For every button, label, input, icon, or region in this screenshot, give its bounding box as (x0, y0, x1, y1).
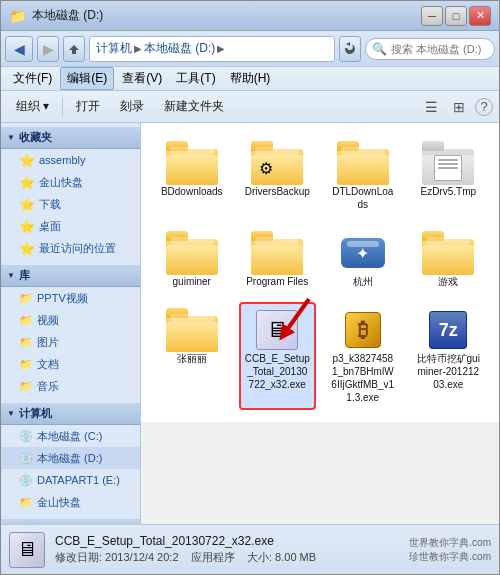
sidebar-item-jinkuaipan2-label: 金山快盘 (37, 495, 81, 510)
sidebar-computer-header[interactable]: ▼ 计算机 (1, 403, 140, 425)
sidebar-item-desktop[interactable]: ⭐ 桌面 (1, 215, 140, 237)
sidebar-item-downloads[interactable]: ⭐ 下载 (1, 193, 140, 215)
pptv-icon: 📁 (19, 292, 33, 305)
desktop-icon: ⭐ (19, 219, 35, 234)
menu-edit[interactable]: 编辑(E) (60, 67, 114, 90)
breadcrumb-drive[interactable]: 本地磁盘 (D:) (144, 40, 215, 57)
file-item-guiminer-exe[interactable]: 7z 比特币挖矿guiminer-20121203.exe (410, 302, 488, 410)
file-item-programfiles[interactable]: Program Files (239, 225, 317, 294)
maximize-button[interactable]: □ (445, 6, 467, 26)
sidebar-item-jinkuaipan2[interactable]: 📁 金山快盘 (1, 491, 140, 513)
docs-icon: 📁 (19, 358, 33, 371)
toolbar: 组织 ▾ 打开 刻录 新建文件夹 ☰ ⊞ ? (1, 91, 499, 123)
status-right: 世界教你字典.com 珍世教你字典.com (409, 536, 491, 564)
up-button[interactable] (63, 36, 85, 62)
title-bar-buttons: ─ □ ✕ (421, 6, 491, 26)
file-area: BDdownloads ⚙ DriversBackup (141, 123, 499, 422)
file-item-driversbackup[interactable]: ⚙ DriversBackup (239, 135, 317, 217)
organize-button[interactable]: 组织 ▾ (7, 94, 58, 120)
file-item-p3-exe[interactable]: ₿ p3_k38274581_bn7BHmlW6IIjGktfMB_v11.3.… (324, 302, 402, 410)
menu-tools[interactable]: 工具(T) (170, 68, 221, 89)
sidebar-item-d-drive[interactable]: 💿 本地磁盘 (D:) (1, 447, 140, 469)
file-grid: BDdownloads ⚙ DriversBackup (149, 131, 491, 414)
file-item-ccb-exe[interactable]: 🖥 CCB_E_Setup_Total_20130722_x32.exe (239, 302, 317, 410)
sidebar-item-downloads-label: 下载 (39, 197, 61, 212)
file-item-bddownloads[interactable]: BDdownloads (153, 135, 231, 217)
d-drive-icon: 💿 (19, 452, 33, 465)
view-grid-button[interactable]: ⊞ (447, 95, 471, 119)
view-list-button[interactable]: ☰ (419, 95, 443, 119)
file-item-dtldownloads[interactable]: DTLDownLoads (324, 135, 402, 217)
status-website-line1: 世界教你字典.com (409, 536, 491, 550)
open-button[interactable]: 打开 (67, 94, 109, 120)
status-details: 修改日期: 2013/12/4 20:2 应用程序 大小: 8.00 MB (55, 550, 399, 565)
file-item-hdd[interactable]: ✦ 杭州 (324, 225, 402, 294)
computer-header-label: 计算机 (19, 406, 52, 421)
menu-view[interactable]: 查看(V) (116, 68, 168, 89)
search-icon: 🔍 (372, 42, 387, 56)
menu-file[interactable]: 文件(F) (7, 68, 58, 89)
menu-help[interactable]: 帮助(H) (224, 68, 277, 89)
file-item-zhangll[interactable]: 张丽丽 (153, 302, 231, 410)
bddownloads-folder-icon (166, 141, 218, 185)
sidebar-favorites-header[interactable]: ▼ 收藏夹 (1, 127, 140, 149)
breadcrumb-computer[interactable]: 计算机 (96, 40, 132, 57)
sidebar-item-recent[interactable]: ⭐ 最近访问的位置 (1, 237, 140, 259)
file-item-guiminer[interactable]: guiminer (153, 225, 231, 294)
sidebar-item-e-drive[interactable]: 💿 DATAPART1 (E:) (1, 469, 140, 491)
forward-button[interactable]: ▶ (37, 36, 59, 62)
close-button[interactable]: ✕ (469, 6, 491, 26)
file-area-wrapper: BDdownloads ⚙ DriversBackup (141, 123, 499, 524)
back-button[interactable]: ◀ (5, 36, 33, 62)
refresh-button[interactable] (339, 36, 361, 62)
file-item-games[interactable]: 游戏 (410, 225, 488, 294)
ezdrv5-label: EzDrv5.Tmp (420, 185, 476, 198)
gold-box-icon: ₿ (345, 312, 381, 348)
folder-title-icon: 📁 (9, 8, 26, 24)
library-header-label: 库 (19, 268, 30, 283)
sidebar-item-jinkuaipan-label: 金山快盘 (39, 175, 83, 190)
hdd-icon: ✦ (337, 231, 389, 275)
new-folder-button[interactable]: 新建文件夹 (155, 94, 233, 120)
games-folder-icon (422, 231, 474, 275)
sidebar-item-assembly[interactable]: ⭐ assembly (1, 149, 140, 171)
sidebar-item-video[interactable]: 📁 视频 (1, 309, 140, 331)
sidebar-item-assembly-label: assembly (39, 154, 85, 166)
zhangll-folder-icon (166, 308, 218, 352)
zhangll-label: 张丽丽 (177, 352, 207, 365)
sevenz-box-icon: 7z (429, 311, 467, 349)
sidebar-item-pictures[interactable]: 📁 图片 (1, 331, 140, 353)
sidebar-computer-section: ▼ 计算机 💿 本地磁盘 (C:) 💿 本地磁盘 (D:) 💿 DATAPART… (1, 403, 140, 513)
sidebar-library-header[interactable]: ▼ 库 (1, 265, 140, 287)
exe-monitor-icon: 🖥 (266, 317, 288, 343)
sidebar-item-music[interactable]: 📁 音乐 (1, 375, 140, 397)
dtldownloads-folder-icon (337, 141, 389, 185)
sidebar-item-docs[interactable]: 📁 文档 (1, 353, 140, 375)
sidebar-item-recent-label: 最近访问的位置 (39, 241, 116, 256)
breadcrumb-sep1: ▶ (134, 43, 142, 54)
jinkuaipan-icon: ⭐ (19, 175, 35, 190)
sidebar-item-video-label: 视频 (37, 313, 59, 328)
minimize-button[interactable]: ─ (421, 6, 443, 26)
programfiles-folder-icon (251, 231, 303, 275)
burn-button[interactable]: 刻录 (111, 94, 153, 120)
toolbar-right: ☰ ⊞ ? (419, 95, 493, 119)
status-file-icon: 🖥 (9, 532, 45, 568)
recent-icon: ⭐ (19, 241, 35, 256)
help-button[interactable]: ? (475, 98, 493, 116)
sidebar-item-music-label: 音乐 (37, 379, 59, 394)
hdd-logo-icon: ✦ (356, 244, 369, 263)
sidebar-item-jinkuaipan[interactable]: ⭐ 金山快盘 (1, 171, 140, 193)
sidebar-item-c-drive[interactable]: 💿 本地磁盘 (C:) (1, 425, 140, 447)
sidebar-item-d-drive-label: 本地磁盘 (D:) (37, 451, 102, 466)
sidebar-item-pptv[interactable]: 📁 PPTV视频 (1, 287, 140, 309)
file-item-ezdrv5[interactable]: EzDrv5.Tmp (410, 135, 488, 217)
search-input[interactable] (391, 43, 481, 55)
sidebar-item-pictures-label: 图片 (37, 335, 59, 350)
ezdrv5-folder-icon (422, 141, 474, 185)
status-size: 大小: 8.00 MB (247, 551, 316, 563)
programfiles-label: Program Files (246, 275, 308, 288)
breadcrumb-sep2: ▶ (217, 43, 225, 54)
downloads-icon: ⭐ (19, 197, 35, 212)
guiminer-label: guiminer (173, 275, 211, 288)
